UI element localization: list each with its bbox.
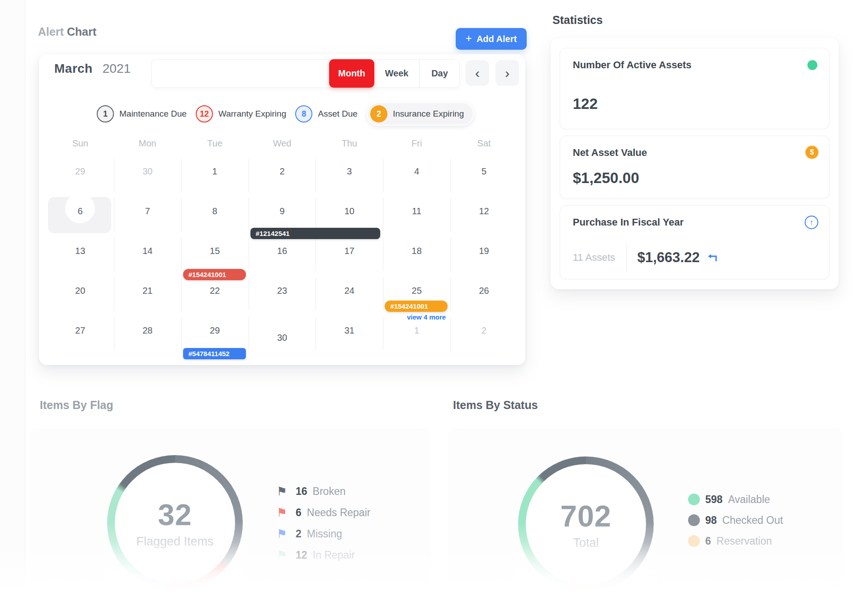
alert-calendar-card: March 2021 Month Week Day ‹ › 1Maintenan… [39,54,525,365]
alert-chart-title: Alert Chart [38,25,96,38]
stat-value: $1,250.00 [573,169,639,187]
day-number: 28 [114,325,181,336]
up-arrow-circle-icon: ↑ [805,216,818,229]
weekday-label-sat: Sat [450,138,518,149]
day-number: 12 [450,206,518,216]
flag-icon: ⚑ [277,549,290,561]
day-number: 26 [450,286,518,296]
items-by-flag-donut-center: 32 Flagged Items [115,463,235,583]
legend-label: Missing [307,528,342,540]
calendar-prev-button[interactable]: ‹ [466,60,489,86]
calendar-day-cell-1[interactable]: 1 [383,316,450,356]
calendar-day-cell-29[interactable]: 29 [47,157,114,197]
status-total: 702 [560,499,611,533]
stat-title: Number Of Active Assets [573,59,691,71]
day-number: 7 [114,206,181,216]
items-by-flag-title: Items By Flag [40,399,113,412]
legend-label: Insurance Expiring [393,109,464,119]
calendar-day-cell-23[interactable]: 23 [249,277,316,316]
legend-count-badge: 8 [295,105,312,122]
calendar-day-cell-30[interactable]: 30 [249,316,316,356]
legend-item-reservation: 6Reservation [688,534,783,548]
calendar-week-row: 13141516171819 [47,237,518,277]
legend-label: Reservation [717,535,772,547]
plus-icon: + [466,32,472,45]
chevron-left-icon: ‹ [475,66,480,81]
add-alert-button[interactable]: + Add Alert [456,28,527,50]
calendar-day-cell-27[interactable]: 27 [47,316,114,356]
calendar-day-cell-17[interactable]: 17 [316,237,383,277]
legend-count-badge: 12 [196,105,213,122]
legend-label: In Repair [313,549,355,561]
calendar-day-cell-7[interactable]: 7 [114,197,181,237]
calendar-day-cell-28[interactable]: 28 [114,316,181,356]
weekday-label-mon: Mon [114,138,181,149]
view-month-button[interactable]: Month [329,59,374,88]
legend-label: Warranty Expiring [218,109,286,119]
calendar-day-cell-3[interactable]: 3 [316,157,383,197]
day-number: 13 [47,246,114,256]
calendar-day-cell-2[interactable]: 2 [450,316,518,356]
legend-label: Broken [313,485,346,498]
flag-icon: ⚑ [277,485,290,497]
alert-legend: 1Maintenance Due12Warranty Expiring8Asse… [97,101,474,127]
flag-icon: ⚑ [277,507,290,518]
alert-legend-item-warranty-expiring[interactable]: 12Warranty Expiring [196,105,286,122]
day-number: 9 [249,206,316,216]
calendar-event-red[interactable]: #154241001 [183,269,246,280]
calendar-day-cell-6[interactable]: 6 [47,197,114,237]
calendar-day-cell-21[interactable]: 21 [114,277,181,316]
alert-legend-item-asset-due[interactable]: 8Asset Due [295,105,358,122]
status-total-caption: Total [573,536,599,550]
calendar-next-button[interactable]: › [495,60,519,86]
alert-legend-item-insurance-expiring[interactable]: 2Insurance Expiring [367,102,474,126]
calendar-range-input[interactable]: Month Week Day [151,59,460,88]
view-week-button[interactable]: Week [374,60,419,87]
day-number: 31 [316,325,383,336]
calendar-day-cell-2[interactable]: 2 [249,157,316,197]
view-day-button[interactable]: Day [419,60,460,87]
view-more-link[interactable]: view 4 more [385,313,446,321]
calendar-day-cell-19[interactable]: 19 [450,237,518,277]
calendar-day-cell-24[interactable]: 24 [316,277,383,316]
day-number: 24 [316,286,383,296]
calendar-event-dark[interactable]: #12142541 [250,228,381,239]
day-number: 2 [450,325,518,336]
legend-count: 98 [705,514,717,527]
calendar-day-cell-16[interactable]: 16 [249,237,316,277]
calendar-day-cell-26[interactable]: 26 [450,277,518,316]
calendar-day-cell-13[interactable]: 13 [47,237,114,277]
calendar-day-cell-8[interactable]: 8 [181,197,249,237]
calendar-day-cell-31[interactable]: 31 [316,316,383,356]
weekday-label-wed: Wed [249,138,316,149]
day-number: 21 [114,286,181,296]
calendar-day-cell-5[interactable]: 5 [450,157,518,197]
calendar-week-row: 272829303112 [47,316,518,356]
items-by-flag-legend: ⚑16Broken⚑6Needs Repair⚑2Missing⚑12In Re… [277,484,370,562]
calendar-day-cell-20[interactable]: 20 [47,277,114,316]
calendar-day-cell-14[interactable]: 14 [114,237,181,277]
day-number: 27 [47,325,114,336]
calendar-day-cell-4[interactable]: 4 [383,157,450,197]
day-number: 25 [383,286,450,296]
alert-legend-item-maintenance-due[interactable]: 1Maintenance Due [97,105,187,122]
calendar-day-cell-12[interactable]: 12 [450,197,518,237]
day-number: 19 [450,246,518,256]
weekday-label-fri: Fri [383,138,450,149]
flagged-items-total: 32 [158,498,192,532]
day-number: 1 [181,166,249,177]
day-number: 30 [249,333,316,343]
calendar-day-cell-18[interactable]: 18 [383,237,450,277]
statistics-card: Number Of Active Assets 122 Net Asset Va… [551,38,839,289]
calendar-day-cell-1[interactable]: 1 [181,157,249,197]
day-number: 23 [249,286,316,296]
calendar-day-cell-22[interactable]: 22 [181,277,249,316]
legend-label: Needs Repair [307,507,371,519]
calendar-event-blue[interactable]: #5478411452 [183,348,246,359]
calendar-event-orange[interactable]: #154241001 [385,301,448,312]
calendar-day-cell-11[interactable]: 11 [383,197,450,237]
calendar-day-cell-30[interactable]: 30 [114,157,181,197]
legend-item-needs-repair: ⚑6Needs Repair [277,506,370,519]
day-number: 30 [114,166,181,177]
calendar-year: 2021 [103,61,131,75]
